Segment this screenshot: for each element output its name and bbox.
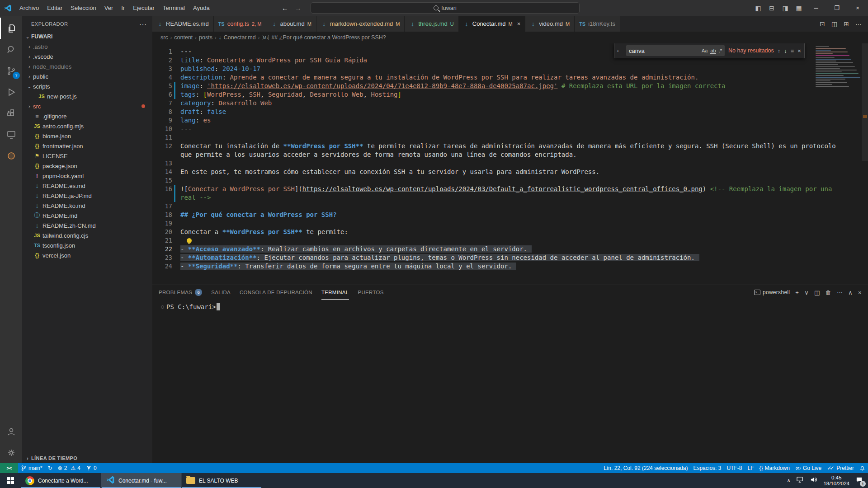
open-preview-icon[interactable]: ⊡: [820, 20, 825, 28]
indentation[interactable]: Espacios: 3: [690, 463, 724, 473]
language-mode[interactable]: {} Markdown: [756, 463, 792, 473]
more-actions-icon[interactable]: ⋯: [837, 289, 843, 296]
maximize-button[interactable]: ❐: [826, 0, 847, 16]
start-button[interactable]: [0, 473, 21, 488]
tab-close-icon[interactable]: ×: [517, 20, 521, 27]
customize-layout-icon[interactable]: ▦: [792, 5, 806, 12]
command-center-search[interactable]: fuwari: [311, 2, 580, 14]
prettier-item[interactable]: ✓✓ Prettier: [824, 463, 857, 473]
breadcrumb[interactable]: src›content›posts›↓Conectar.md›M↓## ¿Por…: [152, 32, 868, 43]
split-terminal-icon[interactable]: ◫: [814, 289, 820, 296]
source-control-icon[interactable]: 7: [0, 60, 22, 81]
menu-item-terminal[interactable]: Terminal: [159, 3, 189, 14]
panel-tab-terminal[interactable]: TERMINAL: [321, 285, 349, 300]
taskbar-task-el-salto-web[interactable]: EL SALTO WEB: [182, 473, 262, 488]
breadcrumb-item[interactable]: posts: [199, 34, 212, 41]
taskbar-task-conectar-md-fuw-[interactable]: Conectar.md - fuw...: [101, 473, 182, 488]
find-expand-icon[interactable]: ›: [617, 48, 623, 53]
taskbar-task-conectarte-a-word-[interactable]: Conectarte a Word...: [21, 473, 101, 488]
tree-item-frontmatter.json[interactable]: {}frontmatter.json: [22, 141, 152, 151]
notification-center-icon[interactable]: 1: [855, 476, 863, 485]
toggle-sidebar-icon[interactable]: ◧: [751, 5, 765, 12]
tree-item-node_modules[interactable]: ›node_modules: [22, 61, 152, 71]
sync-icon[interactable]: ↻: [45, 463, 55, 473]
git-branch-item[interactable]: main*: [18, 463, 45, 473]
close-button[interactable]: ×: [847, 0, 868, 16]
terminal[interactable]: PS C:\fuwari>: [152, 300, 868, 463]
tree-item-vercel.json[interactable]: {}vercel.json: [22, 250, 152, 260]
tree-item-README.ko.md[interactable]: ↓README.ko.md: [22, 201, 152, 211]
panel-tab-consola de depuración[interactable]: CONSOLA DE DEPURACIÓN: [240, 285, 312, 300]
settings-gear-icon[interactable]: [0, 442, 22, 463]
code-area[interactable]: 1---2title: Conectarte a WordPress por S…: [152, 43, 868, 285]
regex-icon[interactable]: .*: [719, 48, 722, 53]
tree-item-README.md[interactable]: ⓘREADME.md: [22, 211, 152, 221]
maximize-panel-icon[interactable]: ∧: [848, 289, 853, 296]
tree-item-README.zh-CN.md[interactable]: ↓README.zh-CN.md: [22, 221, 152, 230]
tree-item-biome.json[interactable]: {}biome.json: [22, 131, 152, 141]
problems-item[interactable]: ⊗ 2 ⚠ 4: [55, 463, 83, 473]
remote-indicator[interactable]: ><: [0, 463, 18, 473]
tree-item-astro.config.mjs[interactable]: JSastro.config.mjs: [22, 121, 152, 131]
split-editor-icon[interactable]: ◫: [831, 20, 837, 28]
whole-word-icon[interactable]: ab: [710, 48, 716, 54]
find-previous-icon[interactable]: ↑: [778, 47, 781, 54]
menu-item-ver[interactable]: Ver: [100, 3, 118, 14]
tree-item-package.json[interactable]: {}package.json: [22, 161, 152, 171]
panel-tab-problemas[interactable]: PROBLEMAS6: [159, 285, 202, 300]
explorer-more-actions-icon[interactable]: ···: [139, 20, 147, 28]
tree-item-tsconfig.json[interactable]: TStsconfig.json: [22, 240, 152, 250]
toggle-panel-icon[interactable]: ⊟: [765, 5, 778, 12]
volume-icon[interactable]: [810, 476, 817, 485]
tree-item-tailwind.config.cjs[interactable]: JStailwind.config.cjs: [22, 230, 152, 240]
tree-item-.astro[interactable]: ›.astro: [22, 42, 152, 52]
run-debug-icon[interactable]: [0, 81, 22, 103]
find-in-selection-icon[interactable]: ≡: [791, 47, 794, 54]
menu-item-ayuda[interactable]: Ayuda: [189, 3, 214, 14]
tree-item-new-post.js[interactable]: JSnew-post.js: [22, 91, 152, 101]
nav-forward-icon[interactable]: →: [295, 4, 302, 12]
workspace-section-fuwari[interactable]: ⌄ FUWARI: [22, 32, 152, 42]
tab-video.md[interactable]: ↓video.mdM: [525, 16, 575, 32]
eol[interactable]: LF: [745, 463, 756, 473]
explorer-icon[interactable]: [0, 18, 22, 39]
more-actions-icon[interactable]: ⋯: [855, 20, 862, 28]
tree-item-README.ja-JP.md[interactable]: ↓README.ja-JP.md: [22, 191, 152, 201]
tree-item-scripts[interactable]: ⌄scripts: [22, 81, 152, 91]
find-next-icon[interactable]: ↓: [784, 47, 787, 54]
tab-Conectar.md[interactable]: ↓Conectar.mdM×: [459, 16, 525, 32]
minimap[interactable]: [812, 43, 862, 102]
tab-markdown-extended.md[interactable]: ↓markdown-extended.mdM: [316, 16, 405, 32]
extensions-icon[interactable]: [0, 103, 22, 124]
tree-item-.gitignore[interactable]: ≡.gitignore: [22, 111, 152, 121]
accounts-icon[interactable]: [0, 421, 22, 442]
panel-tab-salida[interactable]: SALIDA: [211, 285, 231, 300]
cursor-position[interactable]: Lín. 22, Col. 92 (224 seleccionada): [601, 463, 690, 473]
menu-item-ejecutar[interactable]: Ejecutar: [129, 3, 159, 14]
editor[interactable]: 1---2title: Conectarte a WordPress por S…: [152, 43, 868, 285]
menu-item-archivo[interactable]: Archivo: [15, 3, 43, 14]
go-live-item[interactable]: Go Live: [793, 463, 824, 473]
editor-layout-icon[interactable]: ⊞: [844, 20, 849, 28]
terminal-dropdown-icon[interactable]: ∨: [804, 289, 809, 296]
menu-item-ir[interactable]: Ir: [117, 3, 129, 14]
tab-i18nKey.ts[interactable]: TSi18nKey.ts: [575, 16, 620, 32]
encoding[interactable]: UTF-8: [724, 463, 745, 473]
tree-item-pnpm-lock.yaml[interactable]: !pnpm-lock.yaml: [22, 171, 152, 181]
remote-explorer-icon[interactable]: [0, 124, 22, 145]
ports-item[interactable]: 0: [83, 463, 99, 473]
toggle-secondary-sidebar-icon[interactable]: ◨: [778, 5, 792, 12]
match-case-icon[interactable]: Aa: [702, 48, 708, 53]
editor-scrollbar[interactable]: [862, 43, 868, 285]
tree-item-LICENSE[interactable]: ⚑LICENSE: [22, 151, 152, 161]
kill-terminal-icon[interactable]: 🗑: [826, 289, 831, 296]
search-sidebar-icon[interactable]: [0, 39, 22, 60]
tree-item-src[interactable]: ›src: [22, 101, 152, 111]
tab-config.ts[interactable]: TSconfig.ts2, M: [214, 16, 267, 32]
breadcrumb-item[interactable]: Conectar.md: [224, 34, 256, 41]
minimize-button[interactable]: ─: [806, 0, 826, 16]
panel-tab-puertos[interactable]: PUERTOS: [358, 285, 384, 300]
find-close-icon[interactable]: ×: [797, 47, 801, 54]
network-icon[interactable]: [796, 476, 804, 485]
show-desktop-button[interactable]: [866, 473, 868, 488]
